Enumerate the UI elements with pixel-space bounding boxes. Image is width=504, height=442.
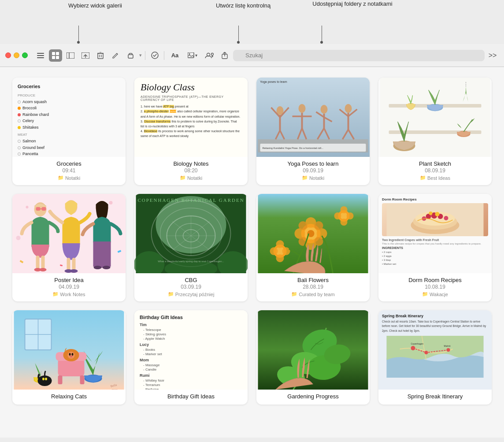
svg-text:COPENHAGEN BOTANICAL GARDEN: COPENHAGEN BOTANICAL GARDEN <box>137 197 244 203</box>
sidebar-toggle-button[interactable] <box>64 49 77 62</box>
collab-icon <box>205 52 214 59</box>
svg-point-20 <box>189 53 190 55</box>
folder-icon: 📁 <box>180 175 186 181</box>
svg-rect-7 <box>67 52 74 59</box>
svg-rect-146 <box>58 375 63 384</box>
svg-point-154 <box>42 378 44 380</box>
svg-point-118 <box>276 254 284 262</box>
folder-icon: 📁 <box>420 175 426 181</box>
svg-point-83 <box>103 266 111 269</box>
note-info-spring: Spring Break Itinerary <box>378 390 492 404</box>
svg-point-120 <box>282 247 290 255</box>
svg-point-65 <box>109 201 113 204</box>
note-thumbnail-poster <box>12 194 126 273</box>
svg-text:Relaxing Kundalini Yoga Pose. : Relaxing Kundalini Yoga Pose. Do a horiz… <box>263 147 324 149</box>
poster-illustration <box>12 194 126 273</box>
note-thumbnail-cbg: COPENHAGEN BOTANICAL GARDEN What a wonde… <box>134 194 248 273</box>
note-thumbnail-yoga: Yoga poses to learn <box>256 78 370 157</box>
note-thumbnail-groceries: Groceries Produce Acorn squash Broccoli … <box>12 78 126 157</box>
note-thumbnail-biology: Biology Class ADENOSINE TRIPHOSPHATE (AT… <box>134 78 248 157</box>
note-card-cbg[interactable]: COPENHAGEN BOTANICAL GARDEN What a wonde… <box>134 194 248 301</box>
svg-point-67 <box>16 236 21 240</box>
compose-button[interactable] <box>109 49 122 62</box>
svg-line-16 <box>117 53 118 54</box>
svg-point-117 <box>276 240 284 248</box>
note-card-cats[interactable]: Bella 2019 Relaxing Cats <box>12 310 126 405</box>
note-info-yoga: Yoga Poses to learn 09.09.19 📁 Notatki <box>256 157 370 185</box>
delete-button[interactable] <box>94 49 107 62</box>
format-label: Aa <box>171 52 179 59</box>
annotation-dot-share <box>320 41 323 44</box>
groceries-header: Groceries <box>18 83 120 90</box>
gallery-view-button[interactable] <box>49 49 62 62</box>
annotation-line-share <box>322 26 322 41</box>
svg-point-137 <box>429 212 433 215</box>
annotation-checklist: Utwórz listę kontrolną <box>216 2 271 10</box>
media-icon <box>188 52 195 59</box>
svg-point-82 <box>94 266 102 269</box>
minimize-button[interactable] <box>14 52 19 58</box>
media-button[interactable]: ▾ <box>185 49 200 62</box>
svg-rect-5 <box>52 56 55 59</box>
note-card-spring[interactable]: Spring Break Itinerary Check out all res… <box>378 310 492 405</box>
svg-point-75 <box>40 268 47 271</box>
svg-point-152 <box>70 356 73 357</box>
collab-button[interactable] <box>202 49 216 62</box>
folder-icon: 📁 <box>291 291 297 297</box>
plant-sketch-illustration <box>378 78 492 157</box>
spring-map: Copenhagen Malmö <box>382 336 488 378</box>
folder-icon: 📁 <box>58 175 64 181</box>
close-button[interactable] <box>5 52 11 58</box>
note-info-biology: Biology Notes 08:20 📁 Notatki <box>134 157 248 185</box>
search-input[interactable] <box>233 50 485 61</box>
note-info-cbg: CBG 03.09.19 📁 Przeczytaj później <box>134 273 248 301</box>
format-button[interactable]: Aa <box>167 49 183 62</box>
svg-rect-72 <box>36 256 40 269</box>
note-card-biology[interactable]: Biology Class ADENOSINE TRIPHOSPHATE (AT… <box>134 78 248 185</box>
note-card-poster[interactable]: Poster Idea 04.09.19 📁 Work Notes <box>12 194 126 301</box>
svg-rect-69 <box>36 207 41 211</box>
svg-point-47 <box>345 104 352 113</box>
svg-rect-70 <box>42 207 46 211</box>
note-card-groceries[interactable]: Groceries Produce Acorn squash Broccoli … <box>12 78 126 185</box>
folder-icon: 📁 <box>302 175 308 181</box>
dorm-food-image <box>382 203 488 236</box>
note-card-plant[interactable]: Plant Sketch 08.09.19 📁 Best Ideas <box>378 78 492 185</box>
list-icon <box>37 53 44 58</box>
note-card-dorm[interactable]: Dorm Room Recipes <box>378 194 492 301</box>
svg-rect-6 <box>56 56 59 59</box>
svg-point-35 <box>299 104 306 113</box>
svg-point-136 <box>435 212 440 216</box>
expand-button[interactable]: >> <box>486 49 499 62</box>
annotation-line-checklist <box>238 26 239 41</box>
cbg-illustration: COPENHAGEN BOTANICAL GARDEN What a wonde… <box>134 194 248 273</box>
icloud-button[interactable] <box>79 49 92 62</box>
note-thumbnail-bali <box>256 194 370 273</box>
svg-point-41 <box>321 105 328 114</box>
note-card-yoga[interactable]: Yoga poses to learn <box>256 78 370 185</box>
note-info-birthday: Birthday Gift Ideas <box>134 390 248 404</box>
note-info-bali: Bali Flowers 28.08.19 📁 Curated by team <box>256 273 370 301</box>
folder-icon: 📁 <box>168 291 174 297</box>
annotation-share-folder: Udostępniaj foldery z notatkami <box>308 0 397 8</box>
lock-button[interactable] <box>124 49 137 62</box>
cats-illustration: Bella 2019 <box>12 310 126 390</box>
checklist-button[interactable] <box>148 49 161 62</box>
note-card-bali[interactable]: Bali Flowers 28.08.19 📁 Curated by team <box>256 194 370 301</box>
annotation-dot-gallery <box>77 41 80 44</box>
svg-text:Malmö: Malmö <box>444 345 451 347</box>
svg-point-124 <box>341 219 348 226</box>
note-thumbnail-plant <box>378 78 492 157</box>
note-card-gardening[interactable]: Gardening Progress <box>256 310 370 405</box>
share-button[interactable] <box>218 49 231 62</box>
traffic-lights <box>5 52 28 58</box>
svg-point-135 <box>444 216 448 220</box>
svg-rect-4 <box>56 52 59 55</box>
list-view-button[interactable] <box>34 49 47 62</box>
svg-rect-0 <box>37 53 44 54</box>
note-card-birthday[interactable]: Birthday Gift Ideas Tim - Telescope - Sk… <box>134 310 248 405</box>
gardening-illustration <box>256 310 370 390</box>
share-icon <box>222 52 228 59</box>
svg-point-153 <box>38 375 52 386</box>
maximize-button[interactable] <box>22 52 28 58</box>
